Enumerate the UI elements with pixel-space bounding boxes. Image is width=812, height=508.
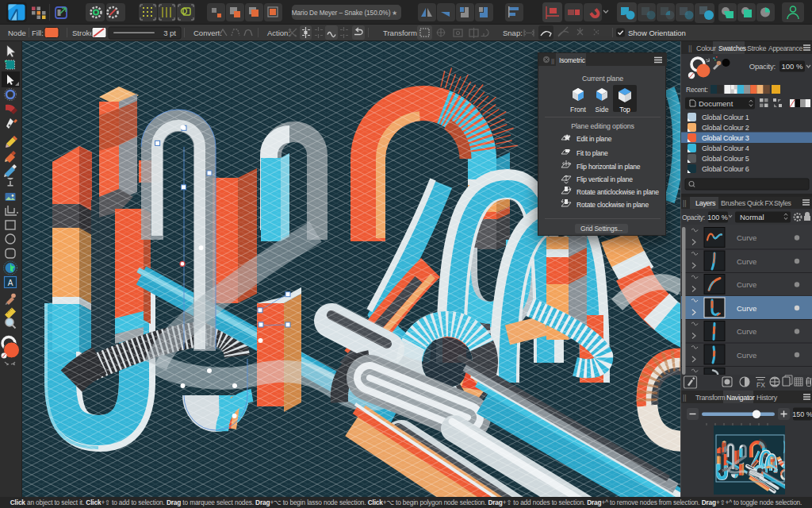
svg-text:3 pt: 3 pt [163, 29, 176, 37]
svg-text:Appearance: Appearance [768, 44, 802, 52]
svg-text:Global Colour 3: Global Colour 3 [702, 134, 749, 142]
svg-text:Recent:: Recent: [686, 86, 708, 94]
svg-text:Flip vertical in plane: Flip vertical in plane [576, 175, 633, 183]
svg-text:Global Colour 4: Global Colour 4 [702, 144, 749, 152]
svg-text:Stroke: Stroke [72, 29, 94, 37]
svg-text:Curve: Curve [737, 304, 756, 313]
svg-text:Styles: Styles [774, 199, 791, 207]
svg-text:Fill:: Fill: [32, 29, 44, 37]
svg-text:Top: Top [619, 106, 630, 114]
svg-text:||: || [551, 57, 554, 64]
svg-text:Flip horizontal in plane: Flip horizontal in plane [576, 163, 641, 171]
svg-text:Node: Node [8, 29, 26, 37]
svg-text:Curve: Curve [737, 280, 756, 289]
svg-text:Global Colour 6: Global Colour 6 [702, 165, 749, 173]
svg-text:Swatches: Swatches [718, 44, 746, 52]
svg-text:Brushes: Brushes [721, 199, 746, 207]
svg-text:Curve: Curve [737, 327, 756, 336]
svg-text:Global Colour 1: Global Colour 1 [702, 114, 749, 121]
svg-text:Transform: Transform [695, 394, 726, 402]
svg-text:Side: Side [595, 106, 608, 114]
svg-text:Curve: Curve [737, 351, 756, 360]
svg-text:100 %: 100 % [707, 214, 728, 221]
svg-text:150 %: 150 % [792, 410, 812, 418]
svg-text:Isometric: Isometric [559, 56, 586, 64]
svg-text:FX: FX [756, 381, 765, 389]
svg-text:Colour: Colour [696, 44, 716, 52]
svg-text:Layers: Layers [695, 199, 716, 207]
svg-text:Document: Document [699, 99, 733, 108]
svg-text:Navigator: Navigator [726, 394, 755, 402]
svg-text:Mario De Meyer – Snake (150.0%: Mario De Meyer – Snake (150.0%) [292, 9, 391, 17]
svg-text:Global Colour 2: Global Colour 2 [702, 124, 749, 132]
svg-text:Opacity:: Opacity: [682, 214, 705, 221]
svg-text:★: ★ [392, 10, 397, 17]
svg-text:Current plane: Current plane [582, 75, 623, 83]
svg-text:Plane editing options: Plane editing options [571, 122, 634, 130]
svg-text:Rotate anticlockwise in plane: Rotate anticlockwise in plane [576, 188, 659, 196]
svg-text:Quick FX: Quick FX [747, 199, 774, 207]
svg-text:Opacity:: Opacity: [749, 62, 776, 71]
svg-text:Grid Settings...: Grid Settings... [580, 225, 622, 233]
svg-text:Curve: Curve [737, 257, 756, 266]
svg-text:A: A [8, 279, 13, 287]
svg-text:Front: Front [570, 106, 586, 114]
svg-text:Stroke: Stroke [747, 44, 767, 52]
svg-text:100 %: 100 % [782, 62, 803, 71]
svg-text:Transform:: Transform: [383, 29, 419, 37]
svg-text:History: History [756, 394, 778, 402]
svg-text:||: || [683, 199, 687, 207]
svg-text:||: || [688, 44, 692, 52]
svg-text:Global Colour 5: Global Colour 5 [702, 155, 749, 163]
svg-text:Action:: Action: [267, 29, 290, 37]
svg-text:Rotate clockwise in plane: Rotate clockwise in plane [576, 201, 649, 209]
svg-text:Convert:: Convert: [193, 29, 222, 37]
svg-text:Normal: Normal [740, 213, 764, 221]
svg-text:Show Orientation: Show Orientation [628, 29, 686, 37]
svg-text:Edit in plane: Edit in plane [576, 135, 612, 143]
svg-text:Fit to plane: Fit to plane [576, 149, 608, 157]
svg-text:||: || [683, 394, 687, 402]
svg-text:Curve: Curve [737, 233, 756, 242]
svg-text:Snap:: Snap: [503, 29, 523, 37]
